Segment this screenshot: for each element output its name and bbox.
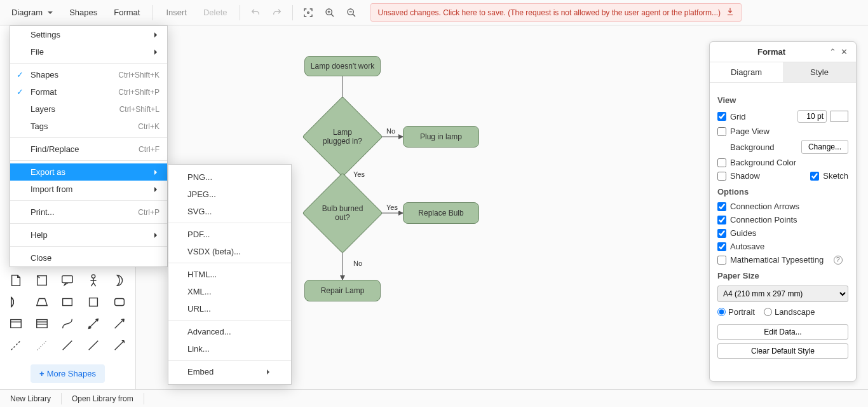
tab-style[interactable]: Style — [783, 62, 856, 82]
export-png[interactable]: PNG... — [168, 169, 291, 186]
sketch-checkbox[interactable] — [810, 172, 819, 181]
dd-layers[interactable]: LayersCtrl+Shift+L — [10, 100, 167, 118]
export-embed[interactable]: Embed — [168, 363, 291, 380]
svg-point-0 — [308, 11, 309, 13]
pageview-checkbox[interactable] — [717, 127, 726, 136]
shape-crescent-icon[interactable] — [108, 272, 130, 289]
shape-curve-icon[interactable] — [57, 315, 79, 333]
shape-card-icon[interactable] — [31, 272, 53, 289]
export-html[interactable]: HTML... — [168, 266, 291, 283]
dd-print[interactable]: Print...Ctrl+P — [10, 204, 167, 221]
flow-node-bulb[interactable]: Bulb burned out? — [314, 184, 371, 242]
clear-style-button[interactable]: Clear Default Style — [717, 343, 848, 359]
menu-delete: Delete — [197, 4, 234, 21]
shape-note-icon[interactable] — [5, 272, 27, 289]
shape-roundrect-icon[interactable] — [108, 293, 130, 311]
collapse-icon[interactable]: ⌃ — [827, 47, 838, 57]
shape-dashline-icon[interactable] — [5, 336, 27, 354]
undo-icon[interactable] — [247, 4, 264, 22]
dd-format[interactable]: ✓FormatCtrl+Shift+P — [10, 83, 167, 100]
more-shapes-button[interactable]: +More Shapes — [31, 364, 105, 383]
shape-square-icon[interactable] — [83, 293, 105, 311]
autosave-checkbox[interactable] — [717, 242, 726, 251]
shape-list-icon[interactable] — [31, 315, 53, 333]
shape-line2-icon[interactable] — [83, 336, 105, 354]
flow-node-plugged[interactable]: Lamp plugged in? — [314, 108, 371, 165]
save-warning-bar[interactable]: Unsaved changes. Click here to save. (Th… — [370, 3, 742, 22]
shape-window-icon[interactable] — [5, 315, 27, 333]
dd-close[interactable]: Close — [10, 249, 167, 266]
grid-size-input[interactable] — [797, 110, 827, 123]
fit-icon[interactable] — [299, 4, 317, 22]
shape-bidir-arrow-icon[interactable] — [83, 315, 105, 333]
flow-node-start[interactable]: Lamp doesn't work — [304, 56, 381, 76]
shape-callout-icon[interactable] — [57, 272, 79, 289]
section-paper: Paper Size — [717, 271, 848, 280]
svg-rect-9 — [37, 320, 48, 328]
shape-line-icon[interactable] — [57, 336, 79, 354]
flow-node-plugin[interactable]: Plug in lamp — [403, 126, 479, 148]
dd-help[interactable]: Help — [10, 226, 167, 244]
export-url[interactable]: URL... — [168, 300, 291, 317]
export-xml[interactable]: XML... — [168, 283, 291, 300]
svg-rect-6 — [90, 298, 98, 307]
shape-thinarrow-icon[interactable] — [108, 336, 130, 354]
landscape-radio[interactable] — [764, 308, 772, 316]
export-vsdx[interactable]: VSDX (beta)... — [168, 243, 291, 260]
edge-label-yes: Yes — [352, 170, 366, 178]
svg-point-4 — [92, 275, 95, 279]
zoom-out-icon[interactable] — [342, 4, 360, 22]
export-svg[interactable]: SVG... — [168, 203, 291, 220]
dd-settings[interactable]: Settings — [10, 26, 167, 43]
dd-find[interactable]: Find/ReplaceCtrl+F — [10, 141, 167, 158]
menu-diagram[interactable]: Diagram — [5, 4, 59, 21]
edit-data-button[interactable]: Edit Data... — [717, 324, 848, 340]
conn-arrows-checkbox[interactable] — [717, 202, 726, 211]
dd-file[interactable]: File — [10, 43, 167, 60]
guides-checkbox[interactable] — [717, 229, 726, 238]
bgcolor-checkbox[interactable] — [717, 158, 726, 167]
math-checkbox[interactable] — [717, 256, 726, 265]
shape-rect-icon[interactable] — [57, 293, 79, 311]
portrait-radio[interactable] — [717, 308, 726, 316]
tab-diagram[interactable]: Diagram — [710, 62, 783, 82]
dd-import[interactable]: Import from — [10, 181, 167, 198]
export-pdf[interactable]: PDF... — [168, 226, 291, 243]
background-change-button[interactable]: Change... — [801, 140, 848, 154]
export-link[interactable]: Link... — [168, 340, 291, 357]
shape-actor-icon[interactable] — [83, 272, 105, 289]
export-jpeg[interactable]: JPEG... — [168, 186, 291, 203]
menu-insert[interactable]: Insert — [159, 4, 193, 21]
bottom-bar: New Library Open Library from — [0, 389, 868, 407]
dd-shapes[interactable]: ✓ShapesCtrl+Shift+K — [10, 66, 167, 83]
grid-checkbox[interactable] — [717, 112, 726, 121]
dd-export[interactable]: Export as — [10, 163, 167, 181]
edge-label-no: No — [385, 127, 397, 135]
svg-rect-3 — [62, 276, 73, 283]
format-panel-title: Format — [716, 47, 827, 57]
export-submenu: PNG... JPEG... SVG... PDF... VSDX (beta)… — [168, 164, 292, 385]
redo-icon[interactable] — [268, 4, 286, 22]
shape-trapezoid-icon[interactable] — [31, 293, 53, 311]
download-icon — [726, 7, 735, 18]
shape-dotline-icon[interactable] — [31, 336, 53, 354]
shadow-checkbox[interactable] — [717, 172, 726, 181]
close-icon[interactable]: ✕ — [838, 47, 850, 57]
svg-rect-5 — [63, 299, 72, 306]
new-library-button[interactable]: New Library — [0, 394, 61, 403]
flow-node-repair[interactable]: Repair Lamp — [304, 280, 381, 301]
menu-shapes[interactable]: Shapes — [63, 4, 104, 21]
shape-arrow-icon[interactable] — [108, 315, 130, 333]
open-library-button[interactable]: Open Library from — [62, 394, 144, 403]
shape-halfcircle-icon[interactable] — [5, 293, 27, 311]
dd-tags[interactable]: TagsCtrl+K — [10, 118, 167, 135]
menu-format[interactable]: Format — [107, 4, 146, 21]
conn-points-checkbox[interactable] — [717, 216, 726, 224]
paper-size-select[interactable]: A4 (210 mm x 297 mm) — [717, 286, 848, 302]
info-icon[interactable]: ? — [834, 256, 843, 265]
grid-color-swatch[interactable] — [831, 111, 848, 122]
flow-node-replace[interactable]: Replace Bulb — [403, 202, 479, 224]
zoom-in-icon[interactable] — [321, 4, 339, 22]
export-advanced[interactable]: Advanced... — [168, 323, 291, 340]
format-panel: Format ⌃ ✕ Diagram Style View Grid Page … — [709, 41, 857, 382]
